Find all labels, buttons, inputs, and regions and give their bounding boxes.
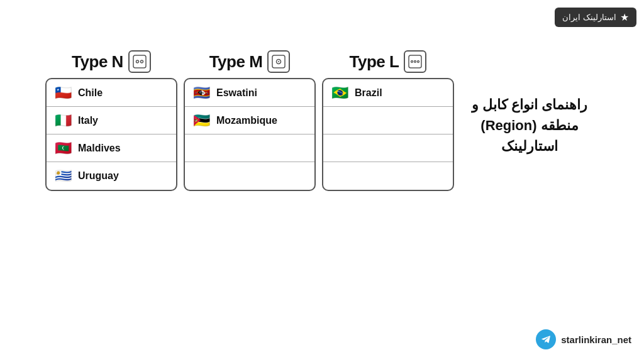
type-m-label: Type M (209, 52, 263, 72)
right-panel: راهنمای انواع کابل و منطقه (Region) استا… (460, 88, 599, 163)
title-line2: منطقه (Region) (480, 118, 578, 133)
main-content: Type N 🇨🇱 Chile 🇮🇹 Italy 🇲🇻 Maldives (0, 0, 644, 191)
telegram-bar: starlinkiran_net (536, 329, 631, 349)
svg-rect-0 (133, 55, 146, 68)
type-n-outlet-icon (128, 50, 151, 73)
type-l-outlet-icon (404, 50, 426, 73)
type-n-header: Type N (72, 50, 151, 73)
table-row-empty (185, 134, 314, 162)
star-icon: ★ (620, 11, 629, 23)
type-l-table: 🇧🇷 Brazil (322, 78, 454, 191)
flag-italy: 🇮🇹 (54, 112, 72, 129)
type-m-column: Type M 🇸🇿 Eswatini 🇲🇿 Mozambique (184, 50, 316, 191)
flag-eswatini: 🇸🇿 (192, 85, 210, 101)
country-mozambique: Mozambique (216, 115, 277, 126)
country-uruguay: Uruguay (78, 170, 119, 182)
flag-uruguay: 🇺🇾 (54, 168, 72, 184)
telegram-handle: starlinkiran_net (561, 334, 631, 345)
svg-point-1 (136, 60, 138, 63)
svg-point-7 (411, 61, 413, 63)
title-line3: استارلینک (501, 138, 558, 154)
flag-mozambique: 🇲🇿 (192, 112, 210, 129)
svg-point-8 (414, 61, 416, 63)
title-line1: راهنمای انواع کابل و (472, 97, 587, 112)
logo-badge: ★ استارلینک ایران (555, 8, 636, 27)
title-text: راهنمای انواع کابل و منطقه (Region) استا… (470, 94, 589, 156)
logo-text: استارلینک ایران (562, 13, 616, 22)
telegram-icon (536, 329, 556, 349)
type-l-label: Type L (350, 52, 399, 72)
type-n-label: Type N (72, 52, 123, 72)
type-n-column: Type N 🇨🇱 Chile 🇮🇹 Italy 🇲🇻 Maldives (45, 50, 177, 191)
table-row: 🇮🇹 Italy (47, 107, 176, 134)
svg-point-5 (278, 61, 279, 62)
table-row: 🇨🇱 Chile (47, 79, 176, 107)
type-l-column: Type L 🇧🇷 Brazil (322, 50, 454, 191)
country-maldives: Maldives (78, 143, 121, 154)
table-row-empty (185, 162, 314, 190)
type-m-header: Type M (209, 50, 291, 73)
country-brazil: Brazil (355, 87, 382, 99)
type-m-outlet-icon (267, 50, 290, 73)
table-row: 🇲🇻 Maldives (47, 134, 176, 162)
table-row-empty (323, 107, 453, 134)
table-row: 🇲🇿 Mozambique (185, 107, 314, 134)
type-n-table: 🇨🇱 Chile 🇮🇹 Italy 🇲🇻 Maldives 🇺🇾 Uruguay (45, 78, 177, 191)
flag-maldives: 🇲🇻 (54, 140, 72, 156)
svg-point-9 (418, 61, 419, 63)
type-l-header: Type L (350, 50, 427, 73)
table-row: 🇸🇿 Eswatini (185, 79, 314, 107)
country-eswatini: Eswatini (216, 87, 257, 99)
country-italy: Italy (78, 115, 98, 126)
table-row: 🇧🇷 Brazil (323, 79, 453, 107)
flag-brazil: 🇧🇷 (331, 85, 348, 101)
table-row-empty (323, 134, 453, 162)
country-chile: Chile (78, 87, 103, 99)
type-m-table: 🇸🇿 Eswatini 🇲🇿 Mozambique (184, 78, 316, 191)
table-row-empty (323, 162, 453, 190)
flag-chile: 🇨🇱 (54, 85, 72, 101)
svg-point-2 (140, 60, 143, 63)
table-row: 🇺🇾 Uruguay (47, 162, 176, 190)
